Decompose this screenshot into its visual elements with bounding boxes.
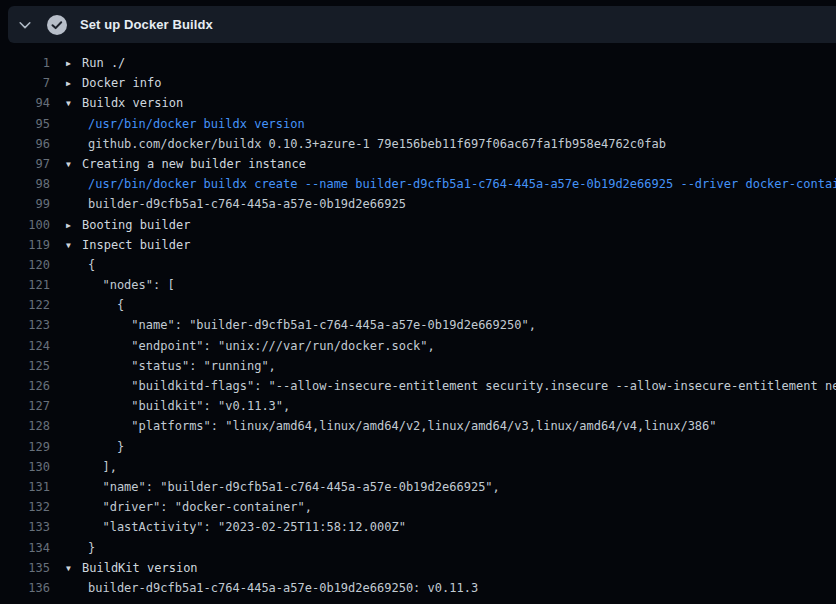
log-line: 131 "name": "builder-d9cfb5a1-c764-445a-… (0, 477, 836, 497)
output-text: "endpoint": "unix:///var/run/docker.sock… (80, 336, 836, 356)
output-text: } (80, 437, 836, 457)
line-number[interactable]: 99 (0, 194, 50, 214)
step-header[interactable]: Set up Docker Buildx (8, 6, 836, 43)
line-number[interactable]: 124 (0, 336, 50, 356)
output-text: } (80, 538, 836, 558)
group-title: Run ./ (80, 53, 836, 73)
line-number[interactable]: 133 (0, 517, 50, 537)
command-text: /usr/bin/docker buildx version (80, 114, 836, 134)
log-group-row[interactable]: 119▼Inspect builder (0, 235, 836, 255)
log-line: 99builder-d9cfb5a1-c764-445a-a57e-0b19d2… (0, 194, 836, 214)
group-title: Docker info (80, 73, 836, 93)
log-line: 95/usr/bin/docker buildx version (0, 114, 836, 134)
group-collapsed-icon[interactable]: ▶ (66, 73, 80, 93)
group-expanded-icon[interactable]: ▼ (66, 93, 80, 113)
output-text: "buildkitd-flags": "--allow-insecure-ent… (80, 376, 836, 396)
log-group-row[interactable]: 100▶Booting builder (0, 215, 836, 235)
log-line: 121 "nodes": [ (0, 275, 836, 295)
group-expanded-icon[interactable]: ▼ (66, 235, 80, 255)
line-number[interactable]: 134 (0, 538, 50, 558)
log-lines: 1▶Run ./7▶Docker info94▼Buildx version95… (0, 53, 836, 604)
group-title: Inspect builder (80, 235, 836, 255)
output-text: "name": "builder-d9cfb5a1-c764-445a-a57e… (80, 477, 836, 497)
line-number[interactable]: 122 (0, 295, 50, 315)
line-number[interactable]: 98 (0, 174, 50, 194)
group-title: Buildx version (80, 93, 836, 113)
log-line: 127 "buildkit": "v0.11.3", (0, 396, 836, 416)
log-line: 136builder-d9cfb5a1-c764-445a-a57e-0b19d… (0, 578, 836, 598)
log-line: 134} (0, 538, 836, 558)
output-text: "driver": "docker-container", (80, 497, 836, 517)
line-number[interactable]: 129 (0, 437, 50, 457)
log-group-row[interactable]: 135▼BuildKit version (0, 558, 836, 578)
output-text: { (80, 295, 836, 315)
line-number[interactable]: 135 (0, 558, 50, 578)
line-number[interactable]: 132 (0, 497, 50, 517)
log-line: 128 "platforms": "linux/amd64,linux/amd6… (0, 416, 836, 436)
line-number[interactable]: 125 (0, 356, 50, 376)
log-line: 133 "lastActivity": "2023-02-25T11:58:12… (0, 517, 836, 537)
line-number[interactable]: 130 (0, 457, 50, 477)
output-text: builder-d9cfb5a1-c764-445a-a57e-0b19d2e6… (80, 194, 836, 214)
log-line: 96github.com/docker/buildx 0.10.3+azure-… (0, 134, 836, 154)
line-number[interactable]: 126 (0, 376, 50, 396)
line-number[interactable]: 1 (0, 53, 50, 73)
log-group-row[interactable]: 94▼Buildx version (0, 93, 836, 113)
group-title: BuildKit version (80, 558, 836, 578)
output-text: { (80, 255, 836, 275)
log-line: 123 "name": "builder-d9cfb5a1-c764-445a-… (0, 315, 836, 335)
line-number[interactable]: 96 (0, 134, 50, 154)
output-text: "buildkit": "v0.11.3", (80, 396, 836, 416)
log-group-row[interactable]: 1▶Run ./ (0, 53, 836, 73)
output-text: builder-d9cfb5a1-c764-445a-a57e-0b19d2e6… (80, 578, 836, 598)
group-collapsed-icon[interactable]: ▶ (66, 215, 80, 235)
line-number[interactable]: 7 (0, 73, 50, 93)
log-line: 130 ], (0, 457, 836, 477)
chevron-down-icon[interactable] (8, 6, 42, 43)
group-title: Booting builder (80, 215, 836, 235)
line-number[interactable]: 136 (0, 578, 50, 598)
log-line: 132 "driver": "docker-container", (0, 497, 836, 517)
step-title: Set up Docker Buildx (80, 17, 213, 32)
log-line: 124 "endpoint": "unix:///var/run/docker.… (0, 336, 836, 356)
log-line: 120{ (0, 255, 836, 275)
log-group-row[interactable]: 97▼Creating a new builder instance (0, 154, 836, 174)
check-circle-icon (47, 15, 67, 35)
output-text: ], (80, 457, 836, 477)
line-number[interactable]: 100 (0, 215, 50, 235)
group-expanded-icon[interactable]: ▼ (66, 154, 80, 174)
line-number[interactable]: 123 (0, 315, 50, 335)
group-collapsed-icon[interactable]: ▶ (66, 53, 80, 73)
output-text: github.com/docker/buildx 0.10.3+azure-1 … (80, 134, 836, 154)
command-text: /usr/bin/docker buildx create --name bui… (80, 174, 836, 194)
log-group-row[interactable]: 7▶Docker info (0, 73, 836, 93)
line-number[interactable]: 131 (0, 477, 50, 497)
output-text: "lastActivity": "2023-02-25T11:58:12.000… (80, 517, 836, 537)
line-number[interactable]: 127 (0, 396, 50, 416)
line-number[interactable]: 128 (0, 416, 50, 436)
output-text: "platforms": "linux/amd64,linux/amd64/v2… (80, 416, 836, 436)
output-text: "name": "builder-d9cfb5a1-c764-445a-a57e… (80, 315, 836, 335)
line-number[interactable]: 95 (0, 114, 50, 134)
log-line: 129 } (0, 437, 836, 457)
log-line: 126 "buildkitd-flags": "--allow-insecure… (0, 376, 836, 396)
output-text: "status": "running", (80, 356, 836, 376)
line-number[interactable]: 94 (0, 93, 50, 113)
group-expanded-icon[interactable]: ▼ (66, 558, 80, 578)
line-number[interactable]: 121 (0, 275, 50, 295)
line-number[interactable]: 97 (0, 154, 50, 174)
log-line: 125 "status": "running", (0, 356, 836, 376)
log-line: 122 { (0, 295, 836, 315)
line-number[interactable]: 119 (0, 235, 50, 255)
log-line: 98/usr/bin/docker buildx create --name b… (0, 174, 836, 194)
line-number[interactable]: 120 (0, 255, 50, 275)
group-title: Creating a new builder instance (80, 154, 836, 174)
output-text: "nodes": [ (80, 275, 836, 295)
